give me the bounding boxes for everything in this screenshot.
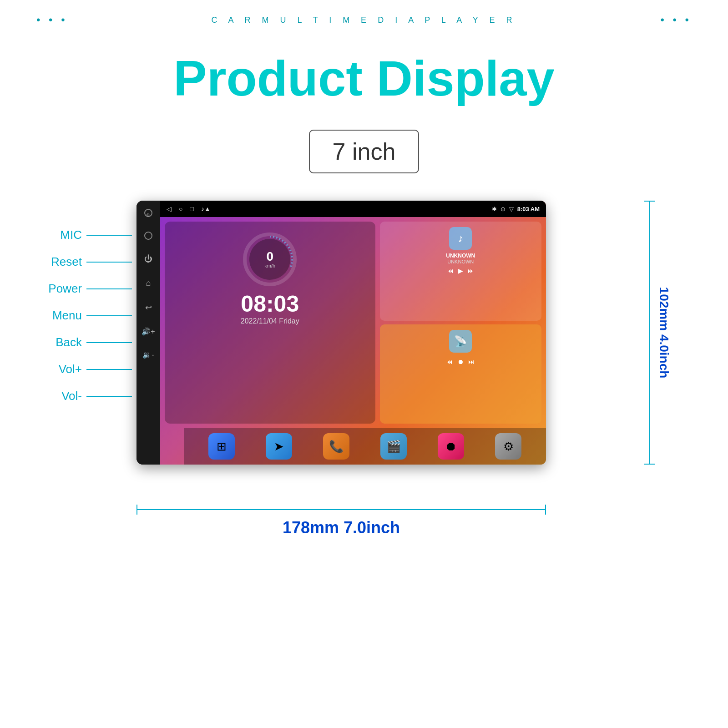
label-vol-plus-line (86, 369, 132, 370)
bluetooth-icon: ✱ (492, 206, 497, 212)
screen-content: 0 km/h 08:03 2022/11/04 Friday ♪ UNKNOWN… (160, 217, 546, 428)
music-note-icon: ♪ (449, 227, 472, 250)
label-reset: Reset (46, 255, 132, 269)
clock-display: 08:03 (241, 293, 299, 315)
music-card-2: 📡 ⏮ ⏺ ⏭ (380, 324, 541, 424)
speedometer: 0 km/h (240, 230, 299, 289)
width-dimension-label: 178mm 7.0inch (283, 518, 400, 537)
label-vol-plus-text: Vol+ (46, 362, 82, 376)
speed-unit: km/h (264, 263, 275, 268)
label-vol-minus-line (86, 396, 132, 397)
music-title: UNKNOWN (446, 253, 475, 259)
status-bar: ◁ ○ □ ♪▲ ✱ ⊙ ▽ 8:03 AM (160, 201, 546, 217)
play-btn[interactable]: ▶ (458, 267, 463, 274)
vol-plus-button[interactable]: 🔊+ (142, 327, 155, 336)
music-controls-2: ⏮ ⏺ ⏭ (446, 358, 475, 365)
header: • • • C A R M U L T I M E D I A P L A Y … (0, 0, 728, 26)
reset-button[interactable] (144, 232, 152, 240)
speed-value: 0 (264, 250, 275, 263)
prev-btn-2[interactable]: ⏮ (446, 358, 453, 365)
music-nav-icon[interactable]: ♪▲ (201, 205, 211, 212)
wifi-icon: ▽ (509, 206, 514, 212)
next-btn[interactable]: ⏭ (468, 267, 474, 274)
status-time: 8:03 AM (517, 206, 540, 212)
inch-badge: 7 inch (309, 130, 420, 173)
label-menu-text: Menu (46, 308, 82, 323)
height-dimension-label: 102mm 4.0inch (657, 287, 672, 379)
mic-button[interactable]: ◎ (144, 209, 152, 217)
vol-minus-button[interactable]: 🔉- (142, 350, 154, 359)
label-mic-line (86, 235, 132, 236)
app-grid-icon[interactable]: ⊞ (208, 433, 235, 460)
product-title: Product Display (0, 49, 728, 107)
menu-button[interactable]: ⌂ (146, 278, 151, 288)
recents-nav-icon[interactable]: □ (190, 205, 193, 212)
label-vol-minus-text: Vol- (46, 389, 82, 403)
label-back-line (86, 342, 132, 343)
label-back-text: Back (46, 335, 82, 349)
label-mic: MIC (46, 228, 132, 242)
music-controls-1: ⏮ ▶ ⏭ (447, 267, 474, 274)
music-cards: ♪ UNKNOWN UNKNOWN ⏮ ▶ ⏭ 📡 ⏮ (380, 222, 541, 424)
label-mic-text: MIC (46, 228, 82, 242)
home-nav-icon[interactable]: ○ (179, 205, 182, 212)
right-dimension: 102mm 4.0inch (619, 201, 655, 465)
label-vol-plus: Vol+ (46, 362, 132, 376)
inch-badge-container: 7 inch (0, 130, 728, 173)
bottom-dimension: 178mm 7.0inch (136, 509, 546, 537)
status-icons: ✱ ⊙ ▽ 8:03 AM (492, 206, 540, 212)
label-reset-text: Reset (46, 255, 82, 269)
prev-btn[interactable]: ⏮ (447, 267, 454, 274)
date-display: 2022/11/04 Friday (241, 317, 299, 325)
dashboard-widget: 0 km/h 08:03 2022/11/04 Friday (165, 222, 375, 424)
back-button[interactable]: ↩ (145, 303, 152, 313)
nav-buttons: ◁ ○ □ ♪▲ (167, 205, 211, 212)
header-title: C A R M U L T I M E D I A P L A Y E R (211, 15, 516, 25)
label-menu: Menu (46, 308, 132, 323)
dots-left: • • • (36, 14, 68, 26)
label-back: Back (46, 335, 132, 349)
power-button[interactable]: ⏻ (144, 254, 152, 264)
label-power-text: Power (46, 282, 82, 296)
next-btn-2[interactable]: ⏭ (468, 358, 475, 365)
device-body: ◎ ⏻ ⌂ ↩ 🔊+ 🔉- ◁ ○ □ ♪▲ (136, 201, 546, 465)
app-rec-icon[interactable]: ⏺ (438, 433, 464, 460)
label-reset-line (86, 262, 132, 263)
radio-icon: 📡 (449, 330, 472, 353)
app-send-icon[interactable]: ➤ (266, 433, 292, 460)
label-power-line (86, 288, 132, 289)
app-phone-icon[interactable]: 📞 (323, 433, 349, 460)
label-vol-minus: Vol- (46, 389, 132, 403)
app-dock: ⊞ ➤ 📞 🎬 ⏺ ⚙ (184, 428, 546, 465)
app-settings-icon[interactable]: ⚙ (495, 433, 521, 460)
screen-area: ◁ ○ □ ♪▲ ✱ ⊙ ▽ 8:03 AM (160, 201, 546, 465)
back-nav-icon[interactable]: ◁ (167, 205, 172, 212)
bottom-dim-line (136, 509, 546, 510)
device-section: MIC Reset Power Menu Back Vol+ Vol- (46, 201, 682, 483)
product-title-section: Product Display (0, 49, 728, 107)
location-icon: ⊙ (500, 206, 506, 212)
music-card-1: ♪ UNKNOWN UNKNOWN ⏮ ▶ ⏭ (380, 222, 541, 321)
side-buttons: ◎ ⏻ ⌂ ↩ 🔊+ 🔉- (136, 201, 160, 465)
dots-right: • • • (660, 14, 692, 26)
play-btn-2[interactable]: ⏺ (457, 358, 464, 365)
label-power: Power (46, 282, 132, 296)
app-video-icon[interactable]: 🎬 (380, 433, 407, 460)
label-menu-line (86, 315, 132, 316)
left-labels: MIC Reset Power Menu Back Vol+ Vol- (46, 228, 132, 416)
music-artist: UNKNOWN (447, 259, 474, 264)
